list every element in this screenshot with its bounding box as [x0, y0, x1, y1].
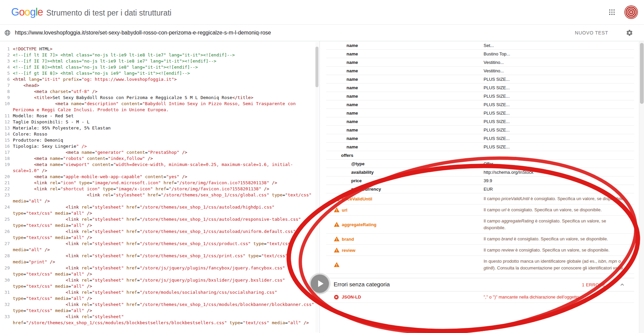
- property-row[interactable]: namePLUS SIZE...: [326, 117, 634, 126]
- new-test-button[interactable]: NUOVO TEST: [575, 30, 608, 35]
- code-line: 33 <link rel="stylesheet" href="/store/t…: [0, 314, 315, 326]
- code-text: <title>Set Sexy Babydoll Rosso con Periz…: [13, 95, 315, 101]
- warning-message: Il campo review è consigliato. Specifica…: [484, 247, 610, 254]
- warning-row[interactable]: urlIl campo url è consigliato. Specifica…: [326, 205, 634, 216]
- code-line: 7 <head>: [0, 82, 315, 89]
- property-key: @type: [326, 161, 484, 166]
- brand[interactable]: Google Strumento di test per i dati stru…: [11, 7, 172, 18]
- code-text: <!DOCTYPE HTML>: [13, 46, 315, 52]
- warning-field-name: brand: [342, 237, 484, 242]
- section-title: Errori senza categoria: [326, 281, 582, 288]
- code-text: Modello: Rose - Red Set: [13, 113, 315, 119]
- warning-message: Il campo aggregateRating è consigliato. …: [484, 218, 625, 231]
- property-row[interactable]: nameVestitino...: [326, 67, 634, 75]
- property-row[interactable]: namePLUS SIZE...: [326, 143, 634, 151]
- property-key: name: [326, 68, 484, 73]
- warning-row[interactable]: brandIl campo brand è consigliato. Speci…: [326, 234, 634, 245]
- error-row[interactable]: JSON-LD"," o ")" mancante nella dichiara…: [326, 291, 634, 303]
- code-line: 27 <link rel="stylesheet" href="/store/t…: [0, 241, 315, 253]
- page-scrollbar: [639, 42, 644, 333]
- code-line: 4<!--[if IE 8]><html class="no-js lt-ie9…: [0, 64, 315, 70]
- property-row[interactable]: nameBustino Top...: [326, 50, 634, 58]
- warning-row[interactable]: aggregateRatingIl campo aggregateRating …: [326, 216, 634, 234]
- code-text: <html lang="it-it" prefix="og: https://w…: [13, 76, 315, 82]
- code-line: 9 <title>Set Sexy Babydoll Rosso con Per…: [0, 95, 315, 101]
- error-field-name: JSON-LD: [342, 294, 484, 300]
- property-value: http://schema.org/InStock: [484, 170, 533, 175]
- uncategorized-errors-section-header[interactable]: Errori senza categoria 1 ERRORE: [326, 278, 634, 291]
- code-text: <!--[if gt IE 8]> <html class="no-js ie9…: [13, 70, 315, 76]
- code-line: 30 <link rel="stylesheet" href="/store/j…: [0, 277, 315, 289]
- apps-grid-icon[interactable]: [608, 8, 616, 16]
- code-line: 8 <meta charset="utf-8" />: [0, 89, 315, 95]
- chevron-up-icon[interactable]: [620, 282, 625, 287]
- line-number: 30: [0, 277, 13, 289]
- page-scrollbar-thumb[interactable]: [640, 43, 644, 104]
- code-line: 17 <meta name="generator" content="Prest…: [0, 149, 315, 156]
- line-number: 24: [0, 204, 13, 216]
- property-key: offers: [326, 153, 484, 158]
- warning-row[interactable]: In questo prodotto manca un identificato…: [326, 256, 634, 274]
- tested-url[interactable]: https://www.loveshopfoggia.it/store/set-…: [15, 30, 575, 36]
- property-row[interactable]: price39.9: [326, 176, 634, 185]
- property-row[interactable]: namePLUS SIZE...: [326, 134, 634, 143]
- code-line: 14Colore: Rosso: [0, 131, 315, 137]
- line-number: 5: [0, 70, 13, 76]
- property-row[interactable]: @typeOffer: [326, 160, 634, 168]
- code-line: 1<!DOCTYPE HTML>: [0, 46, 315, 52]
- line-number: 12: [0, 119, 13, 125]
- avatar[interactable]: [624, 5, 638, 19]
- property-key: name: [326, 77, 484, 82]
- error-message: "," o ")" mancante nella dichiarazione d…: [484, 294, 580, 300]
- property-value: PLUS SIZE...: [484, 77, 510, 82]
- code-text: <link rel="stylesheet" href="/store/js/j…: [13, 277, 315, 289]
- warning-triangle-icon: [326, 247, 342, 253]
- property-row[interactable]: namePLUS SIZE...: [326, 84, 634, 92]
- line-number: 15: [0, 137, 13, 143]
- code-line: 5<!--[if gt IE 8]> <html class="no-js ie…: [0, 70, 315, 76]
- property-row[interactable]: namePLUS SIZE...: [326, 126, 634, 134]
- warning-triangle-icon: [326, 196, 342, 202]
- line-number: 29: [0, 265, 13, 277]
- property-value: PLUS SIZE...: [484, 119, 510, 124]
- app-title: Strumento di test per i dati strutturati: [46, 8, 172, 18]
- line-number: 10: [0, 101, 13, 113]
- property-row[interactable]: nameSet...: [326, 41, 634, 50]
- code-scrollbar-thumb[interactable]: [315, 47, 318, 87]
- code-text: <link rel="stylesheet" href="/store/them…: [13, 192, 315, 204]
- warning-row[interactable]: reviewIl campo review è consigliato. Spe…: [326, 245, 634, 256]
- property-row[interactable]: offers: [326, 151, 634, 160]
- error-count-badge: 1 ERRORE: [582, 282, 606, 287]
- property-row[interactable]: nameVestitino...: [326, 58, 634, 67]
- line-number: 16: [0, 143, 13, 149]
- results-panel: nameSet...nameBustino Top...nameVestitin…: [320, 41, 644, 333]
- code-line: 23 <link rel="stylesheet" href="/store/t…: [0, 192, 315, 204]
- source-code-panel[interactable]: 1<!DOCTYPE HTML>2<!--[if lt IE 7]> <html…: [0, 41, 320, 333]
- run-test-button[interactable]: [311, 275, 329, 293]
- code-text: Produttore: Demoniq: [13, 137, 315, 143]
- line-number: 9: [0, 95, 13, 101]
- property-row[interactable]: namePLUS SIZE...: [326, 100, 634, 109]
- property-row[interactable]: namePLUS SIZE...: [326, 92, 634, 100]
- property-row[interactable]: priceCurrencyEUR: [326, 185, 634, 193]
- code-line: 3<!--[if IE 7]><html class="no-js lt-ie9…: [0, 58, 315, 64]
- property-key: name: [326, 136, 484, 141]
- line-number: 2: [0, 52, 13, 58]
- property-key: availability: [326, 170, 484, 175]
- warning-message: Il campo priceValidUntil è consigliato. …: [484, 195, 625, 202]
- warning-message: In questo prodotto manca un identificato…: [484, 258, 625, 271]
- code-line: 6<html lang="it-it" prefix="og: https://…: [0, 76, 315, 82]
- property-value: PLUS SIZE...: [484, 136, 510, 141]
- property-value: Vestitino...: [484, 60, 504, 65]
- code-line: 18 <meta name="robots" content="index,fo…: [0, 156, 315, 162]
- property-row[interactable]: availabilityhttp://schema.org/InStock: [326, 168, 634, 176]
- code-line: 29 <link rel="stylesheet" href="/store/j…: [0, 265, 315, 277]
- property-row[interactable]: namePLUS SIZE...: [326, 109, 634, 117]
- settings-gear-icon[interactable]: [626, 29, 633, 37]
- warning-row[interactable]: priceValidUntilIl campo priceValidUntil …: [326, 193, 634, 205]
- line-number: 8: [0, 89, 13, 95]
- warning-field-name: url: [342, 208, 484, 213]
- google-logo: Google: [11, 7, 43, 17]
- property-row[interactable]: namePLUS SIZE...: [326, 75, 634, 84]
- code-text: <link rel="stylesheet" href="/store/them…: [13, 314, 315, 326]
